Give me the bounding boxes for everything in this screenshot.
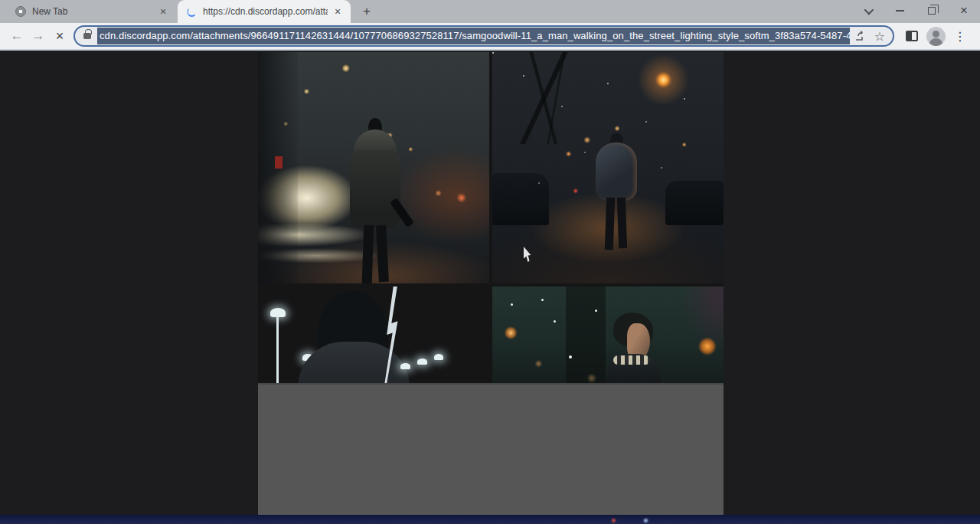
snow-specks [492, 52, 494, 54]
loading-spinner-icon [187, 7, 197, 17]
forward-button[interactable]: → [28, 25, 49, 47]
image-top-left [258, 52, 489, 283]
side-panel-icon [906, 31, 918, 41]
share-icon-glyph [854, 30, 866, 42]
tab-strip: New Tab × https://cdn.discordapp.com/att… [0, 0, 980, 23]
tab-title: New Tab [32, 6, 153, 17]
profile-avatar[interactable] [926, 27, 946, 46]
restore-icon [928, 7, 936, 15]
street-lamp-icon [417, 359, 427, 365]
tab-close-icon[interactable]: × [156, 5, 170, 18]
tab-close-icon[interactable]: × [331, 5, 345, 18]
figure-leg [376, 225, 389, 283]
taskbar-icon-hint [612, 519, 616, 522]
figure-torso [350, 150, 400, 228]
page-content [0, 51, 980, 515]
bokeh-dot [511, 303, 513, 306]
image-bottom-left [258, 287, 489, 383]
address-bar[interactable]: cdn.discordapp.com/attachments/966491171… [74, 25, 894, 47]
menu-dots-icon[interactable]: ⋮ [950, 29, 970, 44]
windows-taskbar-edge[interactable] [0, 515, 980, 524]
man-silhouette [348, 118, 402, 283]
minimize-icon [896, 10, 904, 11]
jacket-collar [613, 355, 650, 365]
street-lamp-icon [434, 354, 443, 360]
tree-branches [500, 52, 592, 144]
minimize-button[interactable] [884, 0, 916, 21]
bokeh-dot [541, 299, 544, 301]
image-loading-placeholder [258, 383, 724, 515]
parked-car-right [665, 181, 724, 225]
bookmark-star-icon[interactable]: ☆ [870, 26, 890, 46]
parked-car-left [492, 173, 549, 225]
figure-leg [605, 198, 615, 250]
window-controls: × [851, 0, 980, 21]
man-silhouette [592, 133, 641, 256]
tab-new-tab[interactable]: New Tab × [6, 0, 176, 23]
share-icon[interactable] [850, 26, 870, 46]
url-text-selected[interactable]: cdn.discordapp.com/attachments/966491171… [97, 28, 850, 44]
new-tab-button[interactable]: + [358, 3, 375, 20]
bokeh-dot [554, 320, 556, 323]
bokeh-dot [569, 355, 572, 359]
side-panel-button[interactable] [902, 26, 922, 46]
chevron-down-icon [864, 5, 874, 15]
figure-leg [362, 225, 374, 283]
stop-loading-button[interactable]: × [49, 25, 70, 47]
back-button[interactable]: ← [6, 25, 28, 47]
street-lamp-icon [400, 363, 410, 369]
figure-leg [617, 198, 627, 248]
generated-image-grid[interactable] [258, 52, 724, 515]
lock-icon[interactable] [83, 33, 91, 39]
red-sign [275, 156, 283, 169]
figure-hood [596, 142, 637, 201]
tab-title: https://cdn.discordapp.com/atta [203, 6, 328, 17]
toolbar-right-group: ⋮ [902, 26, 970, 46]
chrome-favicon-icon [15, 6, 26, 17]
tab-discord-cdn[interactable]: https://cdn.discordapp.com/atta × [178, 0, 351, 23]
restore-button[interactable] [916, 0, 948, 21]
bokeh-dot [595, 309, 597, 312]
tab-search-chevron-icon[interactable] [851, 0, 884, 21]
browser-toolbar: ← → × cdn.discordapp.com/attachments/966… [0, 23, 980, 51]
taskbar-icon-hint [644, 519, 648, 522]
building-silhouette [566, 287, 606, 383]
close-window-button[interactable]: × [948, 0, 980, 21]
browser-window: New Tab × https://cdn.discordapp.com/att… [0, 0, 980, 524]
image-bottom-right [492, 287, 724, 383]
image-top-right [492, 52, 724, 283]
lamp-post [276, 316, 279, 383]
